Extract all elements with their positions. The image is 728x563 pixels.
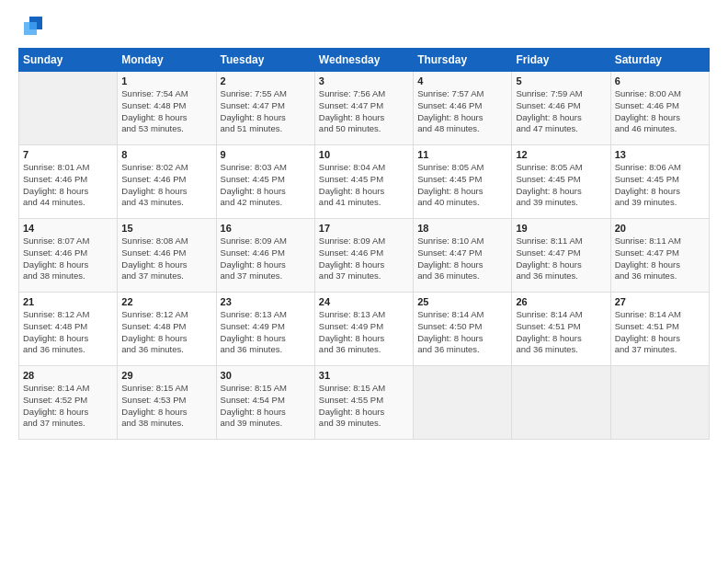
header-row: SundayMondayTuesdayWednesdayThursdayFrid… bbox=[19, 49, 710, 72]
calendar-week-row: 7Sunrise: 8:01 AM Sunset: 4:46 PM Daylig… bbox=[19, 145, 710, 219]
header-day: Saturday bbox=[610, 49, 709, 72]
cell-info: Sunrise: 7:55 AM Sunset: 4:47 PM Dayligh… bbox=[221, 88, 311, 135]
calendar-cell: 27Sunrise: 8:14 AM Sunset: 4:51 PM Dayli… bbox=[610, 293, 709, 366]
day-number: 7 bbox=[23, 149, 113, 160]
day-number: 11 bbox=[417, 149, 507, 160]
cell-info: Sunrise: 8:09 AM Sunset: 4:46 PM Dayligh… bbox=[319, 236, 409, 282]
day-number: 17 bbox=[319, 223, 409, 234]
calendar-cell bbox=[512, 366, 610, 440]
calendar-cell bbox=[610, 366, 709, 440]
svg-marker-1 bbox=[24, 22, 37, 35]
cell-info: Sunrise: 7:57 AM Sunset: 4:46 PM Dayligh… bbox=[417, 88, 507, 135]
calendar-cell: 22Sunrise: 8:12 AM Sunset: 4:48 PM Dayli… bbox=[118, 293, 216, 366]
cell-info: Sunrise: 8:14 AM Sunset: 4:51 PM Dayligh… bbox=[615, 309, 705, 356]
cell-info: Sunrise: 8:12 AM Sunset: 4:48 PM Dayligh… bbox=[23, 309, 113, 356]
calendar-cell: 11Sunrise: 8:05 AM Sunset: 4:45 PM Dayli… bbox=[414, 145, 512, 219]
calendar-week-row: 28Sunrise: 8:14 AM Sunset: 4:52 PM Dayli… bbox=[19, 366, 710, 440]
cell-info: Sunrise: 8:05 AM Sunset: 4:45 PM Dayligh… bbox=[516, 162, 606, 209]
cell-info: Sunrise: 8:11 AM Sunset: 4:47 PM Dayligh… bbox=[516, 236, 606, 282]
cell-info: Sunrise: 8:11 AM Sunset: 4:47 PM Dayligh… bbox=[615, 236, 705, 282]
cell-info: Sunrise: 8:09 AM Sunset: 4:46 PM Dayligh… bbox=[221, 236, 311, 282]
cell-info: Sunrise: 8:08 AM Sunset: 4:46 PM Dayligh… bbox=[121, 236, 211, 282]
day-number: 16 bbox=[221, 223, 311, 234]
day-number: 24 bbox=[319, 296, 409, 307]
calendar-header: SundayMondayTuesdayWednesdayThursdayFrid… bbox=[19, 49, 710, 72]
day-number: 19 bbox=[516, 223, 606, 234]
cell-info: Sunrise: 7:59 AM Sunset: 4:46 PM Dayligh… bbox=[516, 88, 606, 135]
calendar-cell: 12Sunrise: 8:05 AM Sunset: 4:45 PM Dayli… bbox=[512, 145, 610, 219]
day-number: 29 bbox=[121, 370, 211, 381]
calendar-cell: 4Sunrise: 7:57 AM Sunset: 4:46 PM Daylig… bbox=[414, 72, 512, 145]
calendar-cell: 10Sunrise: 8:04 AM Sunset: 4:45 PM Dayli… bbox=[314, 145, 413, 219]
calendar-cell: 5Sunrise: 7:59 AM Sunset: 4:46 PM Daylig… bbox=[512, 72, 610, 145]
page: SundayMondayTuesdayWednesdayThursdayFrid… bbox=[0, 0, 728, 451]
cell-info: Sunrise: 8:00 AM Sunset: 4:46 PM Dayligh… bbox=[615, 88, 705, 135]
calendar-cell bbox=[19, 72, 118, 145]
cell-info: Sunrise: 8:01 AM Sunset: 4:46 PM Dayligh… bbox=[23, 162, 113, 209]
cell-info: Sunrise: 8:10 AM Sunset: 4:47 PM Dayligh… bbox=[417, 236, 507, 282]
calendar-cell: 1Sunrise: 7:54 AM Sunset: 4:48 PM Daylig… bbox=[118, 72, 216, 145]
day-number: 10 bbox=[319, 149, 409, 160]
day-number: 1 bbox=[121, 75, 211, 86]
calendar-table: SundayMondayTuesdayWednesdayThursdayFrid… bbox=[18, 48, 710, 440]
calendar-cell: 7Sunrise: 8:01 AM Sunset: 4:46 PM Daylig… bbox=[19, 145, 118, 219]
day-number: 3 bbox=[319, 75, 409, 86]
calendar-cell: 8Sunrise: 8:02 AM Sunset: 4:46 PM Daylig… bbox=[118, 145, 216, 219]
day-number: 30 bbox=[221, 370, 311, 381]
cell-info: Sunrise: 8:13 AM Sunset: 4:49 PM Dayligh… bbox=[221, 309, 311, 356]
calendar-cell: 30Sunrise: 8:15 AM Sunset: 4:54 PM Dayli… bbox=[216, 366, 314, 440]
cell-info: Sunrise: 7:54 AM Sunset: 4:48 PM Dayligh… bbox=[121, 88, 211, 135]
header-day: Tuesday bbox=[216, 49, 314, 72]
calendar-cell: 21Sunrise: 8:12 AM Sunset: 4:48 PM Dayli… bbox=[19, 293, 118, 366]
cell-info: Sunrise: 8:05 AM Sunset: 4:45 PM Dayligh… bbox=[417, 162, 507, 209]
calendar-cell: 19Sunrise: 8:11 AM Sunset: 4:47 PM Dayli… bbox=[512, 219, 610, 293]
day-number: 18 bbox=[417, 223, 507, 234]
cell-info: Sunrise: 8:15 AM Sunset: 4:53 PM Dayligh… bbox=[121, 383, 211, 430]
day-number: 14 bbox=[23, 223, 113, 234]
header-day: Monday bbox=[118, 49, 216, 72]
day-number: 5 bbox=[516, 75, 606, 86]
logo-icon bbox=[20, 13, 46, 39]
calendar-cell: 28Sunrise: 8:14 AM Sunset: 4:52 PM Dayli… bbox=[19, 366, 118, 440]
calendar-cell: 24Sunrise: 8:13 AM Sunset: 4:49 PM Dayli… bbox=[314, 293, 413, 366]
calendar-cell: 2Sunrise: 7:55 AM Sunset: 4:47 PM Daylig… bbox=[216, 72, 314, 145]
calendar-week-row: 21Sunrise: 8:12 AM Sunset: 4:48 PM Dayli… bbox=[19, 293, 710, 366]
calendar-cell: 25Sunrise: 8:14 AM Sunset: 4:50 PM Dayli… bbox=[414, 293, 512, 366]
cell-info: Sunrise: 8:02 AM Sunset: 4:46 PM Dayligh… bbox=[121, 162, 211, 209]
calendar-cell: 15Sunrise: 8:08 AM Sunset: 4:46 PM Dayli… bbox=[118, 219, 216, 293]
logo bbox=[18, 17, 46, 39]
day-number: 6 bbox=[615, 75, 705, 86]
calendar-cell: 16Sunrise: 8:09 AM Sunset: 4:46 PM Dayli… bbox=[216, 219, 314, 293]
calendar-body: 1Sunrise: 7:54 AM Sunset: 4:48 PM Daylig… bbox=[19, 72, 710, 440]
cell-info: Sunrise: 8:04 AM Sunset: 4:45 PM Dayligh… bbox=[319, 162, 409, 209]
calendar-cell: 17Sunrise: 8:09 AM Sunset: 4:46 PM Dayli… bbox=[314, 219, 413, 293]
header-day: Thursday bbox=[414, 49, 512, 72]
day-number: 8 bbox=[121, 149, 211, 160]
day-number: 13 bbox=[615, 149, 705, 160]
day-number: 27 bbox=[615, 296, 705, 307]
calendar-cell: 26Sunrise: 8:14 AM Sunset: 4:51 PM Dayli… bbox=[512, 293, 610, 366]
day-number: 23 bbox=[221, 296, 311, 307]
cell-info: Sunrise: 8:14 AM Sunset: 4:50 PM Dayligh… bbox=[417, 309, 507, 356]
calendar-cell: 18Sunrise: 8:10 AM Sunset: 4:47 PM Dayli… bbox=[414, 219, 512, 293]
day-number: 20 bbox=[615, 223, 705, 234]
calendar-cell: 6Sunrise: 8:00 AM Sunset: 4:46 PM Daylig… bbox=[610, 72, 709, 145]
cell-info: Sunrise: 8:13 AM Sunset: 4:49 PM Dayligh… bbox=[319, 309, 409, 356]
cell-info: Sunrise: 8:14 AM Sunset: 4:51 PM Dayligh… bbox=[516, 309, 606, 356]
calendar-cell: 9Sunrise: 8:03 AM Sunset: 4:45 PM Daylig… bbox=[216, 145, 314, 219]
day-number: 21 bbox=[23, 296, 113, 307]
calendar-cell: 3Sunrise: 7:56 AM Sunset: 4:47 PM Daylig… bbox=[314, 72, 413, 145]
day-number: 22 bbox=[121, 296, 211, 307]
cell-info: Sunrise: 8:07 AM Sunset: 4:46 PM Dayligh… bbox=[23, 236, 113, 282]
calendar-cell: 13Sunrise: 8:06 AM Sunset: 4:45 PM Dayli… bbox=[610, 145, 709, 219]
day-number: 31 bbox=[319, 370, 409, 381]
day-number: 25 bbox=[417, 296, 507, 307]
cell-info: Sunrise: 8:15 AM Sunset: 4:54 PM Dayligh… bbox=[221, 383, 311, 430]
cell-info: Sunrise: 8:15 AM Sunset: 4:55 PM Dayligh… bbox=[319, 383, 409, 430]
calendar-week-row: 1Sunrise: 7:54 AM Sunset: 4:48 PM Daylig… bbox=[19, 72, 710, 145]
calendar-cell bbox=[414, 366, 512, 440]
cell-info: Sunrise: 8:03 AM Sunset: 4:45 PM Dayligh… bbox=[221, 162, 311, 209]
cell-info: Sunrise: 7:56 AM Sunset: 4:47 PM Dayligh… bbox=[319, 88, 409, 135]
calendar-cell: 23Sunrise: 8:13 AM Sunset: 4:49 PM Dayli… bbox=[216, 293, 314, 366]
day-number: 4 bbox=[417, 75, 507, 86]
